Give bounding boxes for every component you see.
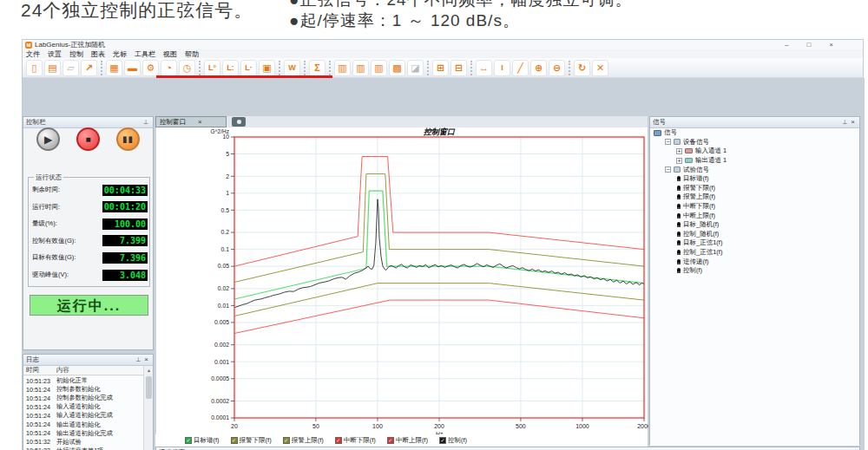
legend-item: ✓报警上限(f) [283, 436, 324, 445]
tree-item--f-[interactable]: 中断上限(f) [650, 211, 859, 220]
pin-icon[interactable]: ⊥ [842, 118, 847, 127]
tree-item--_-f-[interactable]: 目标_随机(f) [650, 220, 859, 230]
toolbar-window-cascade-button[interactable]: ▣ [259, 60, 275, 76]
legend-checkbox[interactable]: ✓ [335, 437, 342, 444]
toolbar-chart-bars-3-button[interactable]: ▥ [371, 60, 387, 76]
toolbar-cursor-l-colon-button[interactable]: L: [222, 60, 239, 76]
tree-item--1[interactable]: +输出通道 1 [650, 156, 859, 166]
legend-item: ✓目标谱(f) [185, 436, 220, 445]
toolbar-sigma-sum-button[interactable]: Σ [309, 60, 326, 76]
toolbar-cursor-l-minus-button[interactable]: L· [240, 60, 257, 76]
close-icon[interactable]: × [144, 355, 148, 364]
toolbar-separator [470, 61, 472, 75]
tree-item--[interactable]: 信号 [650, 128, 859, 138]
menu-item-5[interactable]: 光标 [113, 49, 127, 59]
y-tick-label: 0.02 [218, 285, 229, 291]
snapshot-camera-icon[interactable] [232, 117, 246, 127]
status-label: 控制有效值(G): [32, 237, 102, 245]
menu-item-2[interactable]: 设置 [48, 49, 62, 59]
signal-icon [677, 176, 681, 181]
start-button[interactable]: ▶ [36, 127, 60, 151]
signal-icon [677, 222, 681, 227]
log-title: 日志 [26, 355, 134, 364]
scroll-thumb[interactable] [146, 376, 152, 399]
tree-item--f-[interactable]: 报警下限(f) [650, 184, 859, 193]
legend-checkbox[interactable]: ✓ [387, 437, 394, 444]
toolbar-refresh-button[interactable]: ↻ [574, 60, 590, 76]
collapse-icon[interactable]: − [665, 139, 671, 145]
tree-item--[interactable]: −设备信号 [650, 138, 859, 147]
control-bar-panel: 控制栏 ⊥ ▶ ■ ▮▮ 运行状态 剩余时间:00:04:33运行时间:00:0… [23, 116, 154, 350]
y-tick-label: 0.0002 [211, 398, 229, 404]
toolbar-zoom-out-button[interactable]: ⊖ [549, 60, 565, 76]
title-bar: M LabGenius-正弦加随机 – □ × [23, 40, 863, 49]
legend-checkbox[interactable]: ✓ [439, 437, 446, 444]
tree-item--[interactable]: −试验信号 [650, 165, 859, 174]
status-value-lcd: 7.399 [102, 235, 148, 246]
toolbar-fit-all-button[interactable]: ✕ [592, 60, 608, 76]
toolbar-export-button[interactable]: ↗ [81, 60, 97, 76]
pin-icon[interactable]: ⊥ [135, 355, 141, 364]
tree-item--_-f-[interactable]: 控制_随机(f) [650, 230, 859, 239]
toolbar-chart-mixed-button[interactable]: ▩ [389, 60, 405, 76]
toolbar-settings-gear-button[interactable]: ⚙ [142, 60, 159, 76]
log-scrollbar[interactable]: ▴ ▾ [143, 366, 153, 450]
toolbar-save-button[interactable]: ▤ [44, 60, 61, 76]
toolbar-layout-grid-b-button[interactable]: ⊟ [450, 60, 467, 76]
tree-item--_-1-f-[interactable]: 控制_正弦1(f) [650, 248, 859, 258]
expand-icon[interactable]: + [676, 158, 682, 164]
toolbar-zoom-vertical-button[interactable]: I [494, 60, 510, 76]
toolbar-open-button[interactable]: ▱ [62, 60, 79, 76]
menu-item-4[interactable]: 图表 [91, 49, 105, 59]
menu-item-8[interactable]: 帮助 [185, 49, 199, 59]
minimize-button[interactable]: – [785, 40, 788, 49]
toolbar-report-band-button[interactable]: ▬ [124, 60, 141, 76]
toolbar-word-report-button[interactable]: W [284, 60, 300, 76]
menu-item-1[interactable]: 文件 [26, 49, 40, 59]
tree-item-label: 信号 [664, 128, 677, 137]
toolbar-schedule-pie-button[interactable]: ◔ [161, 60, 177, 76]
toolbar-layout-grid-a-button[interactable]: ⊞ [432, 60, 449, 76]
tab-control-window[interactable]: 控制窗口 × [155, 116, 227, 127]
tree-item-label: 输出通道 1 [695, 156, 727, 165]
menu-item-6[interactable]: 工具栏 [135, 49, 155, 59]
toolbar-chart-bars-1-button[interactable]: ▥ [334, 60, 351, 76]
toolbar-zoom-diagonal-button[interactable]: ╱ [512, 60, 529, 76]
tree-item--_-1-f-[interactable]: 目标_正弦1(f) [650, 238, 859, 248]
tree-item--f-[interactable]: 目标谱(f) [650, 174, 859, 184]
toolbar-zoom-horizontal-button[interactable]: ↔ [476, 60, 492, 76]
toolbar-print-button[interactable]: ▦ [106, 60, 122, 76]
toolbar-cursor-l-degree-button[interactable]: L° [204, 60, 220, 76]
channel-status-panel: 通道状态 ⊥ × 通道类型单位最大值最小值峰值均值有效值Input 1控制G26… [155, 447, 860, 450]
expand-icon[interactable]: + [676, 148, 682, 154]
toolbar-zoom-in-button[interactable]: ⊕ [530, 60, 547, 76]
stop-button[interactable]: ■ [76, 127, 100, 151]
tree-item--f-[interactable]: 逆传递(f) [650, 257, 859, 266]
restore-button[interactable]: □ [806, 40, 811, 49]
tree-item--f-[interactable]: 报警上限(f) [650, 192, 859, 202]
signal-header: 信号 ⊥ × [650, 117, 859, 128]
scroll-up-icon[interactable]: ▴ [144, 367, 154, 373]
menu-item-3[interactable]: 控制 [69, 49, 83, 59]
status-label: 运行时间: [32, 203, 102, 212]
toolbar-new-file-button[interactable]: ▯ [26, 60, 43, 76]
toolbar-chart-line-button[interactable]: ◪ [407, 60, 424, 76]
control-window-chart[interactable]: 105210.50.20.10.050.020.010.0050.0020.00… [156, 127, 648, 434]
pause-button[interactable]: ▮▮ [116, 127, 140, 151]
pin-icon[interactable]: ⊥ [143, 118, 148, 127]
log-time: 10:51:24 [23, 412, 56, 420]
close-button[interactable]: × [829, 40, 833, 49]
menu-item-7[interactable]: 视图 [163, 49, 177, 59]
close-icon[interactable]: × [851, 118, 855, 127]
toolbar-timer-clock-button[interactable]: ◷ [179, 60, 195, 76]
collapse-icon[interactable]: − [665, 166, 671, 173]
tree-item--f-[interactable]: 控制(f) [650, 266, 859, 276]
tree-item--f-[interactable]: 中断下限(f) [650, 202, 859, 212]
toolbar-chart-bars-2-button[interactable]: ▥ [352, 60, 369, 76]
legend-checkbox[interactable]: ✓ [283, 437, 290, 444]
log-content: 控制参数初始化完成 [56, 394, 113, 402]
tab-close-icon[interactable]: × [198, 118, 202, 126]
legend-checkbox[interactable]: ✓ [231, 437, 238, 444]
tree-item--1[interactable]: +输入通道 1 [650, 147, 859, 156]
legend-checkbox[interactable]: ✓ [185, 437, 192, 444]
